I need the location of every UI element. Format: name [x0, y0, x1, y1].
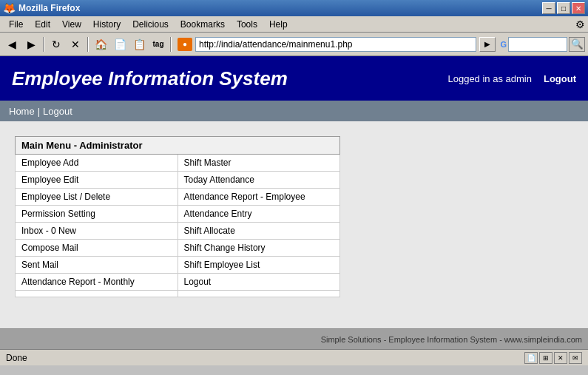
menu-item-left[interactable]: Inbox - 0 New — [16, 223, 178, 240]
toolbar-separator-2 — [87, 37, 89, 52]
page-icon2[interactable]: 📋 — [130, 36, 148, 53]
table-row: Employee EditToday Attendance — [16, 172, 340, 189]
main-menu-table: Main Menu - Administrator Employee AddSh… — [15, 136, 340, 297]
google-label: G — [500, 40, 507, 49]
toolbar: ◀ ▶ ↻ ✕ 🏠 📄 📋 tag ● ▶ G 🔍 — [0, 33, 588, 56]
menu-table-title: Main Menu - Administrator — [16, 137, 340, 155]
forward-button[interactable]: ▶ — [22, 36, 40, 53]
home-button[interactable]: 🏠 — [92, 36, 109, 53]
app-header: Employee Information System Logged in as… — [0, 56, 588, 101]
status-bar: Done 📄 ⊞ ✕ ✉ — [0, 349, 588, 365]
table-row: Inbox - 0 NewShift Allocate — [16, 223, 340, 240]
close-button[interactable]: ✕ — [572, 2, 585, 14]
site-icon: ● — [178, 38, 192, 51]
header-right: Logged in as admin Logout — [447, 73, 576, 84]
window-controls: ─ □ ✕ — [542, 2, 585, 14]
menu-item-left[interactable]: Permission Setting — [16, 206, 178, 223]
page-icon1[interactable]: 📄 — [111, 36, 129, 53]
menu-bookmarks[interactable]: Bookmarks — [175, 18, 231, 31]
menu-item-right[interactable]: Shift Master — [178, 155, 340, 172]
title-bar: 🦊 Mozilla Firefox ─ □ ✕ — [0, 0, 588, 16]
status-icon-page: 📄 — [524, 352, 538, 364]
footer: Simple Solutions - Employee Information … — [0, 328, 588, 349]
menu-item-right[interactable]: Logout — [178, 274, 340, 291]
window-title: Mozilla Firefox — [18, 3, 539, 13]
maximize-button[interactable]: □ — [557, 2, 570, 14]
status-icon-mail: ✉ — [569, 352, 582, 364]
menu-item-left[interactable] — [16, 291, 178, 297]
nav-logout[interactable]: Logout — [43, 106, 72, 117]
content-area: Main Menu - Administrator Employee AddSh… — [0, 121, 588, 328]
menu-item-right[interactable]: Attendance Report - Employee — [178, 189, 340, 206]
menu-delicious[interactable]: Delicious — [126, 18, 175, 31]
menu-item-right[interactable]: Today Attendance — [178, 172, 340, 189]
menu-item-left[interactable]: Employee Add — [16, 155, 178, 172]
status-text: Done — [6, 353, 27, 363]
menu-item-right[interactable]: Attendance Entry — [178, 206, 340, 223]
search-input[interactable] — [508, 37, 567, 52]
nav-bar: Home | Logout — [0, 101, 588, 121]
menu-item-left[interactable]: Attendance Report - Monthly — [16, 274, 178, 291]
tag-icon[interactable]: tag — [149, 36, 167, 53]
options-icon: ⚙ — [575, 18, 585, 30]
table-row — [16, 291, 340, 297]
menu-item-right[interactable]: Shift Change History — [178, 240, 340, 257]
menu-item-left[interactable]: Employee Edit — [16, 172, 178, 189]
logged-in-text: Logged in as admin — [447, 73, 531, 84]
table-row: Employee List / DeleteAttendance Report … — [16, 189, 340, 206]
status-icon-grid: ⊞ — [539, 352, 552, 364]
table-row: Attendance Report - MonthlyLogout — [16, 274, 340, 291]
toolbar-separator-1 — [43, 37, 44, 52]
table-row: Compose MailShift Change History — [16, 240, 340, 257]
menu-item-right[interactable]: Shift Allocate — [178, 223, 340, 240]
minimize-button[interactable]: ─ — [542, 2, 555, 14]
nav-separator: | — [38, 106, 40, 117]
address-bar: ● ▶ — [178, 37, 496, 52]
back-button[interactable]: ◀ — [3, 36, 21, 53]
menu-history[interactable]: History — [87, 18, 126, 31]
menu-item-left[interactable]: Employee List / Delete — [16, 189, 178, 206]
menu-help[interactable]: Help — [263, 18, 294, 31]
menu-item-right[interactable]: Shift Employee List — [178, 257, 340, 274]
search-area: G 🔍 — [500, 37, 585, 52]
menu-item-left[interactable]: Sent Mail — [16, 257, 178, 274]
menu-file[interactable]: File — [3, 18, 29, 31]
stop-button[interactable]: ✕ — [67, 36, 84, 53]
search-button[interactable]: 🔍 — [569, 37, 585, 52]
menu-item-left[interactable]: Compose Mail — [16, 240, 178, 257]
footer-text: Simple Solutions - Employee Information … — [321, 335, 582, 344]
menu-item-right[interactable] — [178, 291, 340, 297]
status-icons: 📄 ⊞ ✕ ✉ — [524, 352, 582, 364]
firefox-icon: 🦊 — [3, 2, 16, 14]
menu-bar: File Edit View History Delicious Bookmar… — [0, 16, 588, 33]
address-input[interactable] — [195, 37, 476, 52]
menu-view[interactable]: View — [56, 18, 87, 31]
status-icon-x: ✕ — [554, 352, 567, 364]
table-row: Sent MailShift Employee List — [16, 257, 340, 274]
menu-tools[interactable]: Tools — [231, 18, 263, 31]
table-row: Employee AddShift Master — [16, 155, 340, 172]
go-button[interactable]: ▶ — [479, 37, 496, 52]
toolbar-separator-3 — [170, 37, 172, 52]
menu-edit[interactable]: Edit — [29, 18, 56, 31]
header-logout-link[interactable]: Logout — [544, 73, 576, 84]
table-row: Permission SettingAttendance Entry — [16, 206, 340, 223]
nav-home[interactable]: Home — [9, 106, 35, 117]
reload-button[interactable]: ↻ — [47, 36, 65, 53]
app-title: Employee Information System — [12, 67, 288, 90]
